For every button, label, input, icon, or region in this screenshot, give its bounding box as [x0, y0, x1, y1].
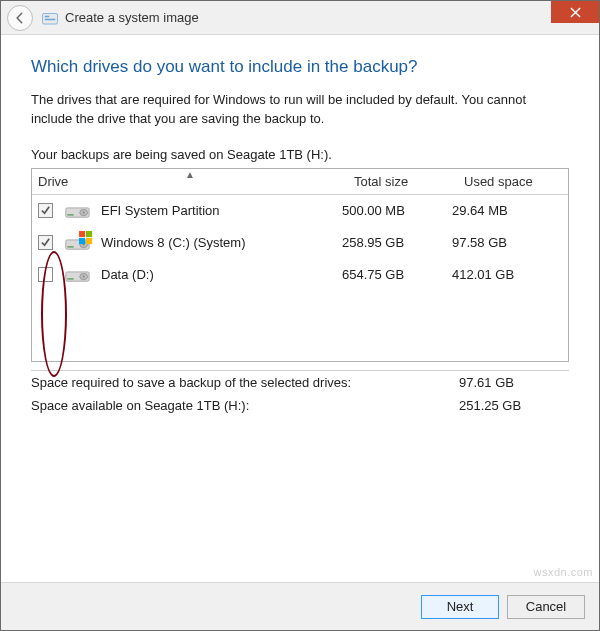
- window-title: Create a system image: [65, 10, 199, 25]
- svg-rect-1: [45, 15, 50, 17]
- close-button[interactable]: [551, 1, 599, 23]
- wizard-window: Create a system image Which drives do yo…: [0, 0, 600, 631]
- next-button[interactable]: Next: [421, 595, 499, 619]
- save-location-note: Your backups are being saved on Seagate …: [31, 147, 569, 162]
- content-area: Which drives do you want to include in t…: [1, 35, 599, 475]
- hard-drive-icon: [65, 201, 93, 221]
- hard-drive-icon: [65, 265, 93, 285]
- required-space-value: 97.61 GB: [459, 375, 569, 390]
- drive-name: Windows 8 (C:) (System): [101, 235, 245, 250]
- drive-name: Data (D:): [101, 267, 154, 282]
- drive-used: 412.01 GB: [452, 267, 562, 282]
- svg-rect-18: [67, 278, 73, 280]
- column-drive-label: Drive: [38, 174, 68, 189]
- available-space-label: Space available on Seagate 1TB (H:):: [31, 398, 459, 413]
- drive-row[interactable]: EFI System Partition 500.00 MB 29.64 MB: [32, 195, 568, 227]
- watermark: wsxdn.com: [533, 566, 593, 578]
- required-space-label: Space required to save a backup of the s…: [31, 375, 459, 390]
- hard-drive-icon: [65, 233, 93, 253]
- drive-name: EFI System Partition: [101, 203, 219, 218]
- available-space-value: 251.25 GB: [459, 398, 569, 413]
- app-icon: [41, 9, 59, 27]
- drive-list-header[interactable]: ▲ Drive Total size Used space: [32, 169, 568, 195]
- column-used-label[interactable]: Used space: [458, 169, 568, 194]
- list-filler: [32, 291, 568, 361]
- drive-checkbox: [38, 235, 53, 250]
- summary: Space required to save a backup of the s…: [31, 370, 569, 417]
- sort-indicator-icon: ▲: [185, 170, 195, 180]
- drive-row[interactable]: Windows 8 (C:) (System) 258.95 GB 97.58 …: [32, 227, 568, 259]
- column-total-label[interactable]: Total size: [348, 169, 458, 194]
- svg-rect-10: [67, 246, 73, 248]
- svg-rect-13: [79, 238, 85, 244]
- svg-rect-11: [79, 231, 85, 237]
- drive-total: 654.75 GB: [342, 267, 452, 282]
- footer: Next Cancel: [1, 582, 599, 630]
- back-button[interactable]: [7, 5, 33, 31]
- svg-point-5: [83, 211, 85, 213]
- svg-point-17: [83, 275, 85, 277]
- drive-used: 97.58 GB: [452, 235, 562, 250]
- svg-rect-14: [86, 238, 92, 244]
- drive-used: 29.64 MB: [452, 203, 562, 218]
- titlebar: Create a system image: [1, 1, 599, 35]
- svg-rect-2: [45, 18, 56, 20]
- page-description: The drives that are required for Windows…: [31, 91, 569, 129]
- drive-list: ▲ Drive Total size Used space EFI System…: [31, 168, 569, 362]
- column-drive[interactable]: ▲ Drive: [32, 169, 348, 194]
- svg-rect-12: [86, 231, 92, 237]
- drive-row[interactable]: Data (D:) 654.75 GB 412.01 GB: [32, 259, 568, 291]
- drive-total: 258.95 GB: [342, 235, 452, 250]
- page-heading: Which drives do you want to include in t…: [31, 57, 569, 77]
- drive-checkbox: [38, 203, 53, 218]
- cancel-button[interactable]: Cancel: [507, 595, 585, 619]
- drive-checkbox[interactable]: [38, 267, 53, 282]
- drive-total: 500.00 MB: [342, 203, 452, 218]
- svg-rect-6: [67, 214, 73, 216]
